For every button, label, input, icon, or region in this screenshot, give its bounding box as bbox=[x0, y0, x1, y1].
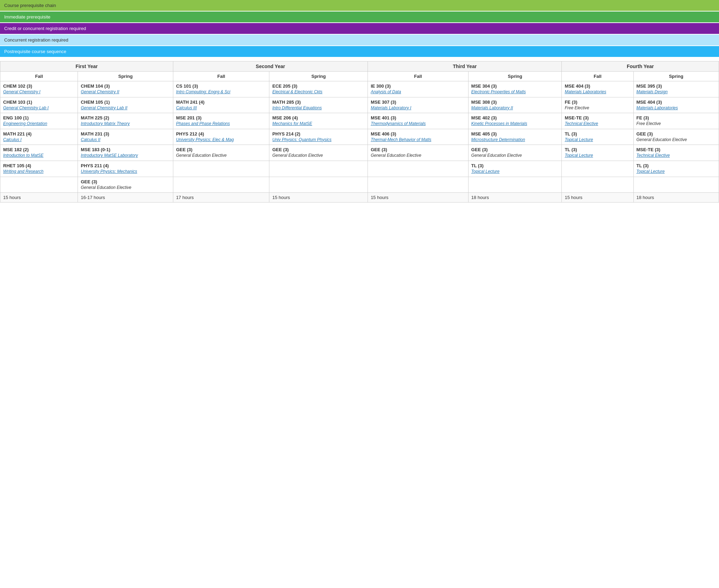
course-name[interactable]: Calculus I bbox=[3, 137, 75, 143]
course-entry: GEE (3)General Education Elective bbox=[637, 131, 716, 143]
course-name[interactable]: Topical Lecture bbox=[565, 137, 630, 143]
course-cell-col1-row3: MATH 231 (3)Calculus II bbox=[78, 129, 173, 145]
course-cell-col2-row4: GEE (3)General Education Elective bbox=[173, 145, 269, 161]
course-code: MATH 241 (4) bbox=[176, 100, 267, 105]
course-name[interactable]: Technical Elective bbox=[637, 153, 716, 159]
year-header-first-year: First Year bbox=[0, 61, 173, 72]
course-cell-col4-row3: MSE 406 (3)Thermal-Mech Behavior of Matl… bbox=[368, 129, 469, 145]
course-entry: PHYS 211 (4)University Physics: Mechanic… bbox=[81, 163, 170, 175]
course-name[interactable]: Introductory MatSE Laboratory bbox=[81, 153, 170, 159]
course-name[interactable]: Topical Lecture bbox=[637, 169, 716, 175]
course-name[interactable]: Kinetic Processes in Materials bbox=[471, 121, 559, 127]
course-name[interactable]: General Chemistry Lab I bbox=[3, 105, 75, 111]
course-name[interactable]: Engineering Orientation bbox=[3, 121, 75, 127]
course-name[interactable]: General Chemistry I bbox=[3, 89, 75, 95]
course-name[interactable]: Thermodynamics of Materials bbox=[371, 121, 465, 127]
course-code: MSE 402 (3) bbox=[471, 115, 559, 120]
year-header-fourth-year: Fourth Year bbox=[562, 61, 719, 72]
course-entry: MSE 404 (3)Materials Laboratories bbox=[637, 100, 716, 111]
course-name[interactable]: Univ Physics: Quantum Physics bbox=[272, 137, 365, 143]
course-entry: MSE 206 (4)Mechanics for MatSE bbox=[272, 115, 365, 127]
course-cell-col0-row3: MATH 221 (4)Calculus I bbox=[0, 129, 78, 145]
legend-credit-concurrent: Credit or concurrent registration requir… bbox=[0, 23, 719, 34]
course-code: GEE (3) bbox=[272, 147, 365, 152]
course-cell-col7-row1: MSE 404 (3)Materials Laboratories bbox=[633, 97, 719, 113]
course-name[interactable]: Writing and Research bbox=[3, 169, 75, 175]
course-entry: MSE 401 (3)Thermodynamics of Materials bbox=[371, 115, 465, 127]
course-name[interactable]: General Chemistry Lab II bbox=[81, 105, 170, 111]
course-entry: MATH 225 (2)Introductory Matrix Theory bbox=[81, 115, 170, 127]
course-name[interactable]: Materials Laboratory II bbox=[471, 105, 559, 111]
course-name[interactable]: Thermal-Mech Behavior of Matls bbox=[371, 137, 465, 143]
course-name[interactable]: Materials Laboratories bbox=[565, 89, 630, 95]
semester-header-4: Fall bbox=[368, 72, 469, 81]
course-cell-col7-row3: GEE (3)General Education Elective bbox=[633, 129, 719, 145]
course-cell-col4-row6 bbox=[368, 177, 469, 193]
course-name[interactable]: Mechanics for MatSE bbox=[272, 121, 365, 127]
course-cell-col0-row6 bbox=[0, 177, 78, 193]
course-code: FE (3) bbox=[565, 100, 630, 105]
course-name[interactable]: Introductory Matrix Theory bbox=[81, 121, 170, 127]
course-entry: ENG 100 (1)Engineering Orientation bbox=[3, 115, 75, 127]
course-name[interactable]: Materials Design bbox=[637, 89, 716, 95]
course-code: MATH 221 (4) bbox=[3, 131, 75, 137]
course-cell-col4-row5 bbox=[368, 161, 469, 177]
course-name[interactable]: Intro Computing: Engrg & Sci bbox=[176, 89, 267, 95]
course-cell-col3-row1: MATH 285 (3)Intro Differential Equations bbox=[269, 97, 368, 113]
course-name[interactable]: Technical Elective bbox=[565, 121, 630, 127]
course-entry: MSE 405 (3)Microstructure Determination bbox=[471, 131, 559, 143]
course-name[interactable]: Calculus II bbox=[81, 137, 170, 143]
legend-course-prereq-chain: Course prerequisite chain bbox=[0, 0, 719, 11]
course-name: Free Elective bbox=[637, 121, 716, 127]
course-entry: MSE 404 (3)Materials Laboratories bbox=[565, 83, 630, 95]
course-cell-col0-row0: CHEM 102 (3)General Chemistry I bbox=[0, 81, 78, 97]
course-name[interactable]: Phases and Phase Relations bbox=[176, 121, 267, 127]
course-code: MSE 406 (3) bbox=[371, 131, 465, 137]
course-cell-col1-row2: MATH 225 (2)Introductory Matrix Theory bbox=[78, 113, 173, 129]
semester-header-6: Fall bbox=[562, 72, 633, 81]
course-code: MSE 395 (3) bbox=[637, 83, 716, 89]
course-cell-col6-row2: MSE-TE (3)Technical Elective bbox=[562, 113, 633, 129]
course-code: CHEM 104 (3) bbox=[81, 83, 170, 89]
course-code: ENG 100 (1) bbox=[3, 115, 75, 120]
course-name[interactable]: Topical Lecture bbox=[565, 153, 630, 159]
course-name[interactable]: Analysis of Data bbox=[371, 89, 465, 95]
course-code: MSE 201 (3) bbox=[176, 115, 267, 120]
course-cell-col3-row4: GEE (3)General Education Elective bbox=[269, 145, 368, 161]
course-name[interactable]: Electronic Properties of Matls bbox=[471, 89, 559, 95]
course-name[interactable]: University Physics: Elec & Mag bbox=[176, 137, 267, 143]
course-code: MSE 307 (3) bbox=[371, 100, 465, 105]
course-name[interactable]: University Physics: Mechanics bbox=[81, 169, 170, 175]
course-entry: MATH 231 (3)Calculus II bbox=[81, 131, 170, 143]
course-code: PHYS 214 (2) bbox=[272, 131, 365, 137]
course-code: ECE 205 (3) bbox=[272, 83, 365, 89]
course-name[interactable]: Materials Laboratories bbox=[637, 105, 716, 111]
course-cell-col3-row5 bbox=[269, 161, 368, 177]
course-name[interactable]: Materials Laboratory I bbox=[371, 105, 465, 111]
course-name[interactable]: Calculus III bbox=[176, 105, 267, 111]
course-entry: GEE (3)General Education Elective bbox=[471, 147, 559, 159]
course-entry: MSE 395 (3)Materials Design bbox=[637, 83, 716, 95]
course-entry: MSE 183 (0-1)Introductory MatSE Laborato… bbox=[81, 147, 170, 159]
course-name[interactable]: Microstructure Determination bbox=[471, 137, 559, 143]
course-cell-col0-row2: ENG 100 (1)Engineering Orientation bbox=[0, 113, 78, 129]
course-code: TL (3) bbox=[565, 131, 630, 137]
course-name[interactable]: Introduction to MatSE bbox=[3, 153, 75, 159]
hours-row: 15 hours16-17 hours17 hours15 hours15 ho… bbox=[0, 193, 719, 203]
course-name[interactable]: Electrical & Electronic Ckts bbox=[272, 89, 365, 95]
course-entry: TL (3)Topical Lecture bbox=[565, 131, 630, 143]
course-entry: MSE-TE (3)Technical Elective bbox=[637, 147, 716, 159]
course-entry: MSE 406 (3)Thermal-Mech Behavior of Matl… bbox=[371, 131, 465, 143]
course-name[interactable]: Topical Lecture bbox=[471, 169, 559, 175]
hours-cell-6: 15 hours bbox=[562, 193, 633, 203]
course-cell-col4-row4: GEE (3)General Education Elective bbox=[368, 145, 469, 161]
semester-header-5: Spring bbox=[468, 72, 562, 81]
course-cell-col0-row5: RHET 105 (4)Writing and Research bbox=[0, 161, 78, 177]
course-code: CHEM 102 (3) bbox=[3, 83, 75, 89]
course-cell-col5-row2: MSE 402 (3)Kinetic Processes in Material… bbox=[468, 113, 562, 129]
course-name[interactable]: General Chemistry II bbox=[81, 89, 170, 95]
semester-header-2: Fall bbox=[173, 72, 269, 81]
hours-cell-5: 18 hours bbox=[468, 193, 562, 203]
course-name[interactable]: Intro Differential Equations bbox=[272, 105, 365, 111]
semester-header-7: Spring bbox=[633, 72, 719, 81]
